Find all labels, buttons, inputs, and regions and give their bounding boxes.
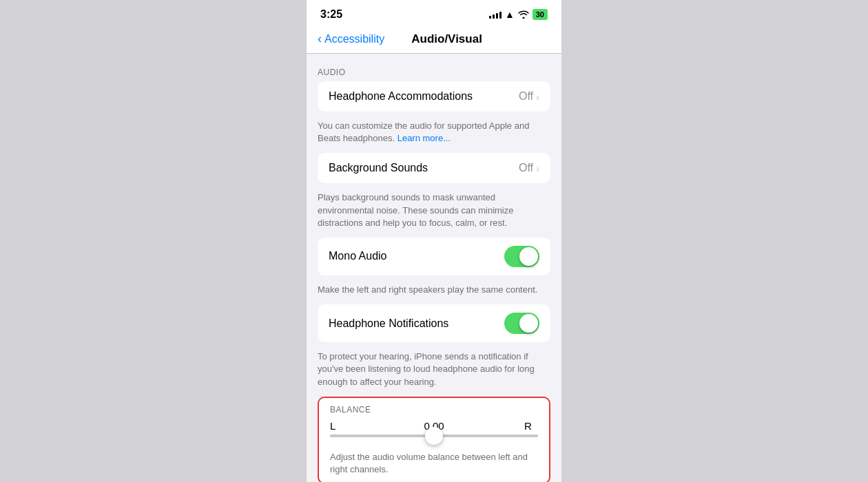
mono-audio-group: Mono Audio (318, 238, 550, 275)
balance-description: Adjust the audio volume balance between … (319, 448, 549, 482)
background-sounds-value: Off (519, 162, 533, 174)
balance-slider-container (330, 432, 538, 443)
status-time: 3:25 (320, 8, 342, 21)
headphone-notifications-row[interactable]: Headphone Notifications (318, 304, 550, 342)
status-icons: ▲︎ 30 (489, 9, 548, 20)
background-sounds-row[interactable]: Background Sounds Off › (318, 153, 550, 183)
balance-slider-thumb[interactable] (425, 427, 443, 445)
headphone-accommodations-group: Headphone Accommodations Off › (318, 81, 550, 112)
toggle-thumb (519, 247, 538, 266)
status-bar: 3:25 ▲︎ 30 (307, 0, 561, 26)
chevron-right-icon: › (536, 163, 539, 174)
balance-slider-track (330, 434, 538, 437)
learn-more-link[interactable]: Learn more... (397, 133, 451, 143)
headphone-notifications-desc: To protect your hearing, iPhone sends a … (307, 346, 561, 397)
mono-audio-row[interactable]: Mono Audio (318, 238, 550, 275)
background-sounds-label: Background Sounds (329, 162, 519, 174)
audio-section-header: AUDIO (307, 67, 561, 81)
background-sounds-group: Background Sounds Off › (318, 153, 550, 183)
headphone-notifications-group: Headphone Notifications (318, 304, 550, 342)
page-title: Audio/Visual (343, 32, 550, 46)
signal-bars-icon (489, 10, 502, 19)
headphone-accommodations-row[interactable]: Headphone Accommodations Off › (318, 81, 550, 112)
mono-audio-toggle[interactable] (504, 246, 539, 267)
mono-audio-label: Mono Audio (329, 250, 504, 262)
mono-audio-desc: Make the left and right speakers play th… (307, 280, 561, 304)
headphone-accommodations-value: Off (519, 90, 533, 103)
nav-bar: ‹ Accessibility Audio/Visual (307, 26, 561, 54)
battery-icon: 30 (533, 9, 548, 20)
toggle-thumb (519, 314, 538, 333)
headphone-notifications-label: Headphone Notifications (329, 317, 504, 330)
balance-left-label: L (330, 420, 344, 432)
balance-right-label: R (524, 420, 538, 432)
headphone-accommodations-desc: You can customize the audio for supporte… (307, 116, 561, 153)
background-sounds-desc: Plays background sounds to mask unwanted… (307, 187, 561, 238)
headphone-accommodations-label: Headphone Accommodations (329, 90, 519, 103)
back-chevron-icon: ‹ (318, 32, 322, 46)
wifi-icon: ▲︎ (505, 9, 515, 20)
content-area: AUDIO Headphone Accommodations Off › You… (307, 54, 561, 482)
headphone-notifications-toggle[interactable] (504, 313, 539, 334)
chevron-right-icon: › (536, 91, 539, 103)
balance-section-header: BALANCE (319, 398, 549, 417)
balance-section: BALANCE L 0.00 R Adjust the audio volume… (318, 397, 550, 482)
wifi-icon (518, 10, 529, 19)
phone-frame: 3:25 ▲︎ 30 ‹ Accessibility A (307, 0, 561, 482)
balance-row: L 0.00 R (319, 417, 549, 448)
